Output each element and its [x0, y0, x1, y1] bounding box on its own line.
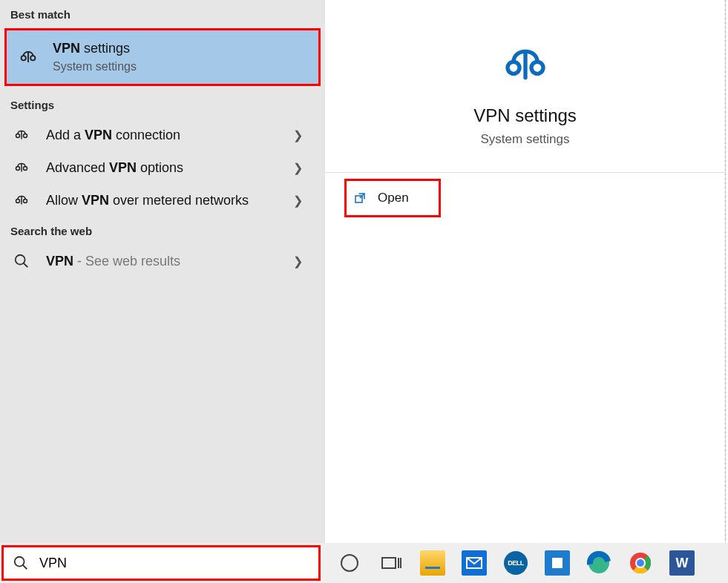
cortana-icon[interactable] [335, 549, 364, 577]
settings-row-allow-metered[interactable]: Allow VPN over metered networks ❯ [0, 184, 325, 217]
chevron-right-icon: ❯ [293, 194, 303, 208]
vpn-icon [10, 124, 33, 146]
svg-rect-16 [382, 558, 396, 568]
chevron-right-icon: ❯ [293, 254, 303, 269]
chrome-icon[interactable] [626, 549, 655, 577]
file-explorer-icon[interactable] [419, 549, 447, 577]
dell-icon[interactable]: DELL [502, 549, 530, 577]
svg-point-15 [341, 555, 358, 571]
task-view-icon[interactable] [377, 549, 405, 577]
svg-point-27 [637, 559, 644, 567]
search-results-panel: Best match VPN settings System settings … [0, 0, 325, 543]
taskbar-search[interactable] [1, 545, 321, 581]
vpn-icon [10, 157, 33, 179]
open-label: Open [378, 191, 409, 205]
section-search-web: Search the web [0, 217, 325, 245]
svg-line-14 [23, 565, 27, 570]
web-result-vpn[interactable]: VPN - See web results ❯ [0, 245, 325, 277]
search-icon [10, 250, 33, 272]
chevron-right-icon: ❯ [293, 161, 303, 175]
chevron-right-icon: ❯ [293, 128, 303, 142]
divider [325, 172, 725, 173]
section-best-match: Best match [0, 0, 325, 28]
svg-point-13 [15, 557, 24, 567]
search-input[interactable] [39, 556, 292, 571]
svg-rect-21 [552, 558, 563, 568]
open-button[interactable]: Open [344, 179, 441, 217]
preview-panel: VPN settings System settings Open [325, 0, 726, 543]
svg-line-9 [24, 263, 28, 268]
taskbar: DELL W [0, 543, 728, 583]
preview-subtitle: System settings [325, 132, 725, 147]
vpn-icon [10, 189, 33, 211]
vpn-icon [17, 46, 39, 68]
mail-icon[interactable] [460, 549, 488, 577]
settings-row-advanced-vpn[interactable]: Advanced VPN options ❯ [0, 151, 325, 184]
preview-title: VPN settings [325, 105, 725, 126]
section-settings: Settings [0, 90, 325, 119]
edge-icon[interactable] [585, 549, 613, 577]
svg-point-8 [16, 255, 25, 265]
search-icon [13, 555, 29, 571]
scrollbar-hint [724, 0, 727, 543]
vpn-hero-icon [499, 37, 552, 90]
microsoft-tile-icon[interactable] [543, 549, 571, 577]
best-match-text: VPN settings System settings [53, 41, 137, 73]
open-external-icon [352, 191, 367, 205]
best-match-vpn-settings[interactable]: VPN settings System settings [4, 28, 321, 86]
settings-row-add-vpn[interactable]: Add a VPN connection ❯ [0, 119, 325, 151]
word-icon[interactable]: W [668, 549, 696, 577]
taskbar-icons: DELL W [335, 549, 696, 577]
